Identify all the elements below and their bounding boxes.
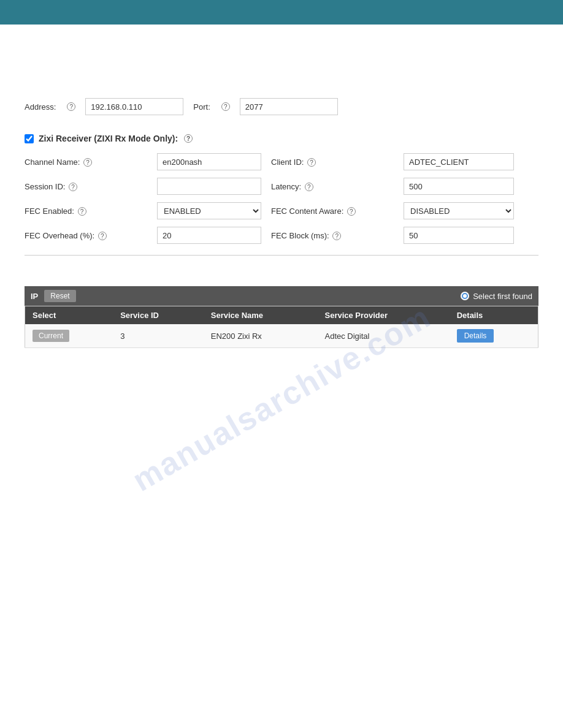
select-first-found-label: Select first found <box>473 292 532 301</box>
session-id-input[interactable] <box>157 178 261 195</box>
fec-overhead-label: FEC Overhead (%): ? <box>25 231 147 240</box>
fec-content-aware-help-icon[interactable]: ? <box>347 207 356 216</box>
channel-name-help-icon[interactable]: ? <box>83 158 92 167</box>
reset-button[interactable]: Reset <box>44 290 75 302</box>
radio-dot <box>463 294 467 298</box>
cell-service-id: 3 <box>113 324 204 348</box>
fec-content-aware-label: FEC Content Aware: ? <box>271 207 394 216</box>
latency-help-icon[interactable]: ? <box>305 183 313 191</box>
col-service-provider: Service Provider <box>317 306 449 325</box>
ip-label: IP <box>31 292 38 301</box>
fec-block-input[interactable] <box>404 227 514 244</box>
fec-enabled-help-icon[interactable]: ? <box>78 207 86 216</box>
address-label: Address: <box>25 102 56 112</box>
client-id-label: Client ID: ? <box>271 157 394 167</box>
fec-block-help-icon[interactable]: ? <box>332 232 341 240</box>
channel-name-label: Channel Name: ? <box>25 157 147 167</box>
fec-overhead-input[interactable] <box>157 227 261 244</box>
address-input[interactable] <box>85 98 183 115</box>
fec-overhead-help-icon[interactable]: ? <box>98 232 107 240</box>
session-id-label: Session ID: ? <box>25 182 147 191</box>
channel-name-input[interactable] <box>157 153 261 170</box>
zixi-help-icon[interactable]: ? <box>184 134 193 143</box>
zixi-checkbox[interactable] <box>25 134 34 143</box>
form-grid: Channel Name: ? Client ID: ? Session ID:… <box>25 153 538 244</box>
cell-service-name: EN200 Zixi Rx <box>204 324 318 348</box>
port-help-icon[interactable]: ? <box>221 102 230 111</box>
select-first-found-radio[interactable] <box>461 292 469 300</box>
zixi-section: Zixi Receiver (ZIXI Rx Mode Only): ? Cha… <box>25 134 538 256</box>
fec-block-label: FEC Block (ms): ? <box>271 231 394 240</box>
fec-content-aware-select[interactable]: ENABLED DISABLED <box>404 202 514 219</box>
table-toolbar: IP Reset Select first found <box>25 286 538 306</box>
col-select: Select <box>25 306 113 325</box>
table-row: Current 3 EN200 Zixi Rx Adtec Digital De… <box>25 324 538 348</box>
fec-enabled-label: FEC Enabled: ? <box>25 207 147 216</box>
table-section: IP Reset Select first found Select Servi… <box>25 286 538 348</box>
client-id-input[interactable] <box>404 153 514 170</box>
col-service-id: Service ID <box>113 306 204 325</box>
port-input[interactable] <box>240 98 338 115</box>
cell-select: Current <box>25 324 113 348</box>
fec-enabled-select[interactable]: ENABLED DISABLED <box>157 202 261 219</box>
data-table: Select Service ID Service Name Service P… <box>25 306 538 348</box>
current-button[interactable]: Current <box>33 330 69 342</box>
latency-input[interactable] <box>404 178 514 195</box>
client-id-help-icon[interactable]: ? <box>307 158 316 167</box>
session-id-help-icon[interactable]: ? <box>69 183 77 191</box>
table-header-row: Select Service ID Service Name Service P… <box>25 306 538 325</box>
top-bar <box>0 0 563 25</box>
address-row: Address: ? Port: ? <box>25 98 538 115</box>
cell-details: Details <box>450 324 538 348</box>
details-button[interactable]: Details <box>457 329 494 343</box>
latency-label: Latency: ? <box>271 182 394 191</box>
port-label: Port: <box>193 102 210 112</box>
zixi-title: Zixi Receiver (ZIXI Rx Mode Only): <box>39 134 178 143</box>
col-details: Details <box>450 306 538 325</box>
col-service-name: Service Name <box>204 306 318 325</box>
cell-service-provider: Adtec Digital <box>317 324 449 348</box>
zixi-header: Zixi Receiver (ZIXI Rx Mode Only): ? <box>25 134 538 143</box>
select-first-found[interactable]: Select first found <box>461 292 532 301</box>
address-help-icon[interactable]: ? <box>67 102 75 111</box>
